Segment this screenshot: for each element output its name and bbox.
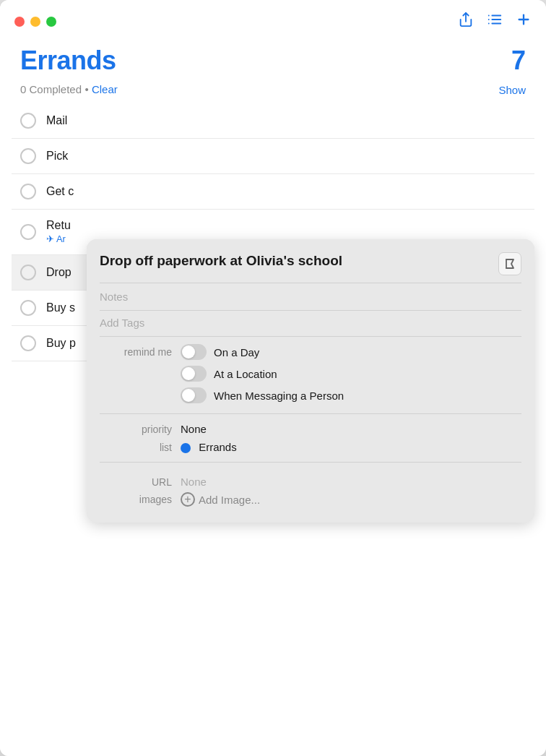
list-icon[interactable] bbox=[487, 12, 503, 31]
priority-row: priority None bbox=[87, 420, 534, 438]
on-a-day-label: On a Day bbox=[214, 346, 259, 358]
popup-divider bbox=[100, 413, 521, 414]
images-row: images + Add Image... bbox=[100, 492, 521, 507]
titlebar bbox=[0, 0, 546, 37]
list-value: Errands bbox=[181, 441, 237, 453]
completed-row: 0 Completed • Clear Show bbox=[0, 80, 546, 103]
share-icon[interactable] bbox=[458, 12, 474, 31]
messaging-label: When Messaging a Person bbox=[214, 390, 344, 402]
show-button[interactable]: Show bbox=[498, 84, 526, 96]
reminder-item: Pick bbox=[12, 139, 534, 174]
extra-section: URL None images + Add Image... bbox=[87, 470, 534, 523]
add-image-button[interactable]: + Add Image... bbox=[181, 492, 260, 507]
at-a-location-toggle[interactable] bbox=[181, 366, 207, 382]
remind-me-label: remind me bbox=[100, 346, 172, 358]
remind-row-day: remind me On a Day bbox=[100, 344, 521, 360]
remind-row-location: At a Location bbox=[100, 366, 521, 382]
titlebar-actions bbox=[458, 12, 532, 31]
tags-field[interactable]: Add Tags bbox=[87, 311, 534, 336]
separator: • bbox=[85, 83, 92, 95]
priority-value: None bbox=[181, 423, 207, 435]
url-label: URL bbox=[100, 476, 172, 488]
traffic-lights bbox=[14, 17, 56, 27]
reminders-list: Mail Pick Get c Retu ✈ Ar Drop i bbox=[0, 103, 546, 756]
list-name: Errands bbox=[199, 441, 237, 453]
reminder-text: Mail bbox=[46, 114, 526, 127]
app-window: Errands 7 0 Completed • Clear Show Mail … bbox=[0, 0, 546, 756]
reminder-item: Get c bbox=[12, 174, 534, 210]
reminder-checkbox[interactable] bbox=[20, 265, 36, 280]
images-label: images bbox=[100, 494, 172, 505]
minimize-button[interactable] bbox=[30, 17, 40, 27]
reminder-item: Mail bbox=[12, 103, 534, 139]
completed-text: 0 Completed bbox=[20, 83, 82, 95]
url-value[interactable]: None bbox=[181, 476, 207, 488]
reminder-text: Pick bbox=[46, 150, 526, 163]
reminder-checkbox[interactable] bbox=[20, 300, 36, 316]
reminder-checkbox[interactable] bbox=[20, 148, 36, 164]
reminder-checkbox[interactable] bbox=[20, 335, 36, 351]
detail-popup: Drop off paperwork at Olivia's school No… bbox=[87, 239, 534, 523]
list-dot bbox=[181, 443, 191, 453]
add-icon[interactable] bbox=[516, 12, 532, 31]
popup-divider bbox=[100, 462, 521, 463]
list-count: 7 bbox=[511, 46, 526, 76]
remind-section: remind me On a Day At a Location When Me… bbox=[87, 337, 534, 413]
list-title: Errands bbox=[20, 46, 116, 76]
completed-info: 0 Completed • Clear bbox=[20, 83, 118, 96]
reminder-text: Get c bbox=[46, 185, 526, 198]
add-image-label: Add Image... bbox=[199, 494, 260, 506]
reminder-checkbox[interactable] bbox=[20, 184, 36, 199]
priority-label: priority bbox=[100, 424, 172, 435]
clear-button[interactable]: Clear bbox=[92, 83, 118, 95]
flag-button[interactable] bbox=[498, 252, 521, 275]
popup-header: Drop off paperwork at Olivia's school bbox=[87, 239, 534, 283]
list-label: list bbox=[100, 442, 172, 453]
add-image-plus-icon: + bbox=[181, 492, 195, 507]
on-a-day-toggle[interactable] bbox=[181, 344, 207, 360]
messaging-toggle[interactable] bbox=[181, 387, 207, 403]
url-row: URL None bbox=[100, 476, 521, 488]
reminder-checkbox[interactable] bbox=[20, 113, 36, 129]
maximize-button[interactable] bbox=[46, 17, 56, 27]
at-a-location-label: At a Location bbox=[214, 368, 277, 380]
close-button[interactable] bbox=[14, 17, 25, 27]
header: Errands 7 bbox=[0, 37, 546, 80]
popup-title: Drop off paperwork at Olivia's school bbox=[100, 252, 490, 270]
remind-row-message: When Messaging a Person bbox=[100, 387, 521, 403]
reminder-checkbox[interactable] bbox=[20, 224, 36, 240]
notes-field[interactable]: Notes bbox=[87, 283, 534, 310]
list-row: list Errands bbox=[87, 438, 534, 456]
